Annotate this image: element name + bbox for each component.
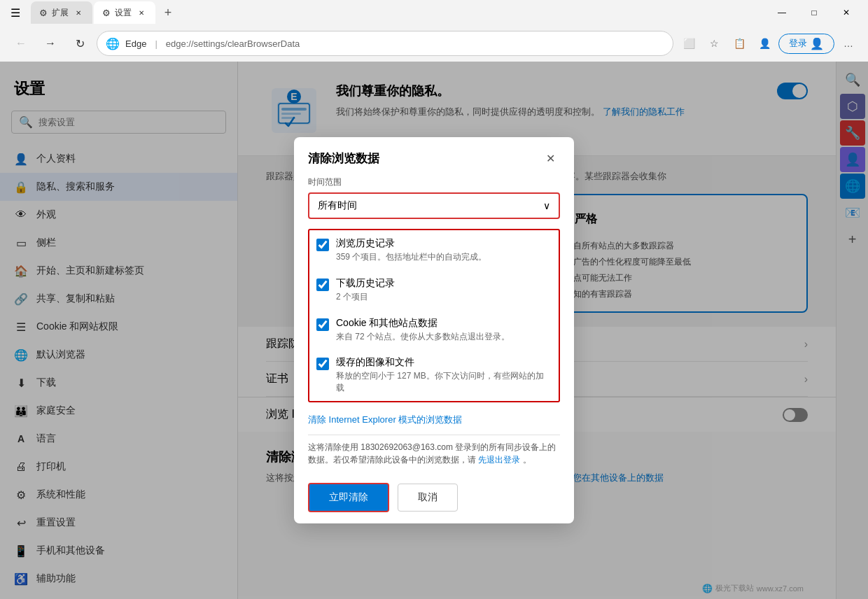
tab-extensions-close[interactable]: ✕ bbox=[73, 7, 84, 18]
cancel-button[interactable]: 取消 bbox=[398, 484, 458, 512]
close-button[interactable]: ✕ bbox=[830, 1, 862, 24]
tab-extensions[interactable]: ⚙ 扩展 ✕ bbox=[31, 1, 92, 24]
tab-settings-close[interactable]: ✕ bbox=[136, 7, 147, 18]
time-range-chevron: ∨ bbox=[543, 200, 550, 211]
cached-text: 缓存的图像和文件 释放的空间小于 127 MB。你下次访问时，有些网站的加载 bbox=[336, 356, 552, 394]
back-button[interactable]: ← bbox=[8, 31, 34, 56]
time-range-section: 时间范围 所有时间 ∨ bbox=[308, 176, 560, 219]
split-screen-button[interactable]: ⬜ bbox=[678, 32, 700, 55]
download-history-checkbox[interactable] bbox=[316, 279, 329, 291]
clear-ie-link[interactable]: 清除 Internet Explorer 模式的浏览数据 bbox=[308, 414, 462, 426]
minimize-button[interactable]: — bbox=[766, 1, 798, 24]
cookies-text: Cookie 和其他站点数据 来自 72 个站点。使你从大多数站点退出登录。 bbox=[336, 317, 510, 343]
new-tab-button[interactable]: + bbox=[157, 1, 179, 24]
browsing-history-checkbox[interactable] bbox=[316, 239, 329, 251]
cookies-checkbox[interactable] bbox=[316, 318, 329, 331]
cached-item: 缓存的图像和文件 释放的空间小于 127 MB。你下次访问时，有些网站的加载 bbox=[309, 349, 559, 401]
login-label: 登录 bbox=[789, 37, 807, 50]
dialog-footer: 立即清除 取消 bbox=[294, 472, 574, 523]
dialog-close-button[interactable]: ✕ bbox=[540, 148, 560, 168]
menu-button[interactable]: … bbox=[837, 32, 860, 55]
forward-button[interactable]: → bbox=[38, 31, 63, 56]
maximize-button[interactable]: □ bbox=[798, 1, 830, 24]
clear-browsing-dialog: 清除浏览数据 ✕ 时间范围 所有时间 ∨ bbox=[294, 137, 574, 523]
address-brand: Edge bbox=[125, 38, 146, 49]
download-history-item: 下载历史记录 2 个项目 bbox=[309, 270, 559, 310]
tab-settings-label: 设置 bbox=[115, 7, 132, 19]
time-range-label: 时间范围 bbox=[308, 176, 560, 188]
cached-desc: 释放的空间小于 127 MB。你下次访问时，有些网站的加载 bbox=[336, 370, 552, 394]
dialog-header: 清除浏览数据 ✕ bbox=[294, 137, 574, 176]
tab-settings-icon: ⚙ bbox=[102, 8, 111, 18]
time-range-value: 所有时间 bbox=[318, 199, 357, 212]
dialog-title: 清除浏览数据 bbox=[308, 150, 379, 167]
cached-checkbox[interactable] bbox=[316, 358, 329, 370]
tab-settings[interactable]: ⚙ 设置 ✕ bbox=[94, 1, 155, 24]
download-history-label: 下载历史记录 bbox=[336, 277, 395, 290]
address-bar[interactable]: 🌐 Edge | edge://settings/clearBrowserDat… bbox=[97, 31, 673, 56]
dialog-body: 时间范围 所有时间 ∨ 浏览历史记录 359 个项目。包括地址栏中的自动完成。 bbox=[294, 176, 574, 472]
tab-extensions-icon: ⚙ bbox=[39, 8, 48, 18]
dialog-divider bbox=[308, 435, 560, 435]
dialog-overlay: 清除浏览数据 ✕ 时间范围 所有时间 ∨ bbox=[0, 62, 868, 599]
browsing-history-desc: 359 个项目。包括地址栏中的自动完成。 bbox=[336, 251, 486, 263]
favorites-button[interactable]: ☆ bbox=[703, 32, 725, 55]
refresh-button[interactable]: ↻ bbox=[67, 31, 92, 56]
cached-label: 缓存的图像和文件 bbox=[336, 356, 552, 369]
download-history-desc: 2 个项目 bbox=[336, 291, 395, 303]
cookies-desc: 来自 72 个站点。使你从大多数站点退出登录。 bbox=[336, 331, 510, 343]
time-range-select[interactable]: 所有时间 ∨ bbox=[308, 192, 560, 219]
download-history-text: 下载历史记录 2 个项目 bbox=[336, 277, 395, 303]
address-url: edge://settings/clearBrowserData bbox=[166, 38, 300, 49]
browsing-history-item: 浏览历史记录 359 个项目。包括地址栏中的自动完成。 bbox=[309, 230, 559, 270]
tab-extensions-label: 扩展 bbox=[52, 7, 69, 19]
login-button[interactable]: 登录 👤 bbox=[778, 34, 834, 54]
cookies-label: Cookie 和其他站点数据 bbox=[336, 317, 510, 330]
address-separator: | bbox=[155, 38, 157, 49]
collections-button[interactable]: 📋 bbox=[728, 32, 750, 55]
address-edge-icon: 🌐 bbox=[106, 37, 120, 50]
cookies-item: Cookie 和其他站点数据 来自 72 个站点。使你从大多数站点退出登录。 bbox=[309, 310, 559, 350]
sync-notice: 这将清除使用 18302692063@163.com 登录到的所有同步设备上的数… bbox=[308, 441, 560, 466]
browsing-history-text: 浏览历史记录 359 个项目。包括地址栏中的自动完成。 bbox=[336, 237, 486, 263]
sidebar-icon[interactable]: ☰ bbox=[6, 3, 25, 22]
browsing-history-label: 浏览历史记录 bbox=[336, 237, 486, 250]
profile-avatar-icon: 👤 bbox=[810, 37, 824, 50]
sign-out-link[interactable]: 先退出登录 bbox=[478, 455, 520, 465]
confirm-clear-button[interactable]: 立即清除 bbox=[308, 483, 389, 512]
checkboxes-highlighted-container: 浏览历史记录 359 个项目。包括地址栏中的自动完成。 下载历史记录 2 个项目 bbox=[308, 229, 560, 402]
ie-link-section: 清除 Internet Explorer 模式的浏览数据 bbox=[308, 409, 560, 430]
profile-button[interactable]: 👤 bbox=[753, 32, 776, 55]
